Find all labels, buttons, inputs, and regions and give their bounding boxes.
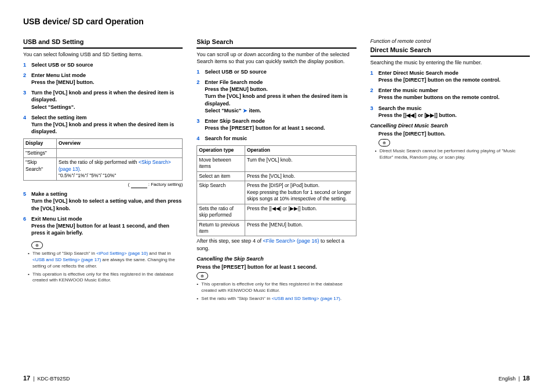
steps-list: Select USB or SD source Enter File Searc… (197, 68, 356, 142)
notes-list: The setting of "Skip Search" in <iPod Se… (23, 251, 183, 284)
steps-list-2: Make a setting Turn the [VOL] knob to se… (23, 190, 183, 236)
table-row: Select an itemPress the [VOL] knob. (197, 171, 356, 181)
step-title: Select USB or SD source (205, 69, 267, 75)
step-3: Enter Skip Search mode Press the [PRESET… (197, 118, 356, 131)
notes-list: This operation is effective only for the… (197, 281, 356, 302)
step-title: Enter Menu List mode (31, 72, 86, 78)
page-title: USB device/ SD card Operation (23, 16, 530, 27)
section-heading: Skip Search (197, 38, 356, 49)
intro-text: You can scroll up or down according to t… (197, 51, 356, 65)
cancel-heading: Cancelling Direct Music Search (370, 122, 530, 129)
note-item: The setting of "Skip Search" in <iPod Se… (32, 251, 183, 269)
step-body: Press the [|◀◀] or [▶▶|] button. (379, 112, 457, 118)
step-4: Select the setting item Turn the [VOL] k… (23, 114, 183, 135)
th-operation: Operation (245, 146, 356, 155)
intro-text: You can select following USB and SD Sett… (23, 51, 183, 58)
table-row: "Settings" (24, 148, 183, 157)
section-heading: USB and SD Setting (23, 38, 183, 49)
step-4: Search for music (197, 135, 356, 142)
link-ipod-setting[interactable]: <iPod Setting> (page 10) (96, 251, 148, 256)
step-1: Enter Direct Music Search mode Press the… (370, 69, 530, 83)
step-3: Turn the [VOL] knob and press it when th… (23, 89, 183, 110)
step-3: Search the music Press the [|◀◀] or [▶▶|… (370, 105, 530, 119)
column-direct-music-search: Function of remote control Direct Music … (370, 38, 530, 304)
cancel-heading: Cancelling the Skip Search (197, 255, 356, 262)
table-row: Skip SearchPress the [DISP] or [iPod] bu… (197, 181, 356, 204)
step-body: Press the [MENU] button.Turn the [VOL] k… (205, 86, 347, 113)
page-number-right: 18 (523, 375, 530, 382)
cell: Press the [|◀◀] or [▶▶|] button. (245, 204, 356, 220)
step-title: Select USB or SD source (31, 62, 93, 68)
step-body: Press the [MENU] button for at least 1 s… (31, 223, 169, 236)
step-title: Search the music (379, 105, 422, 111)
step-body: Turn the [VOL] knob and press it when th… (31, 122, 174, 134)
cell: Press the [VOL] knob. (245, 171, 356, 181)
step-body: Turn the [VOL] knob and press it when th… (31, 90, 174, 109)
after-pre: After this step, see step 4 of (197, 238, 263, 244)
step-2: Enter Menu List mode Press the [MENU] bu… (23, 72, 183, 86)
cancel-body: Press the [DIRECT] button. (370, 130, 530, 137)
footer: 17 | KDC-BT92SD English | 18 (23, 374, 530, 383)
factory-setting-note: ( : Factory setting) (23, 182, 183, 188)
cell: "Settings" (24, 148, 57, 157)
cancel-body: Press the [PRESET] button for at least 1… (197, 263, 356, 270)
step-body: Press the [MENU] button. (31, 79, 94, 85)
cell: Return to previous item (197, 220, 245, 236)
note-text: The setting of "Skip Search" in (32, 251, 96, 256)
model-name: KDC-BT92SD (38, 376, 70, 382)
step-1: Select USB or SD source (197, 68, 356, 75)
cell-text: "0.5%"/ "1%"/ "5%"/ "10%" (59, 173, 116, 178)
column-usb-sd-setting: USB and SD Setting You can select follow… (23, 38, 183, 304)
link-usb-sd-setting[interactable]: <USB and SD Setting> (page 17) (272, 296, 340, 301)
step-title: Enter Direct Music Search mode (379, 70, 459, 76)
operation-table: Operation type Operation Move between it… (197, 145, 356, 236)
settings-table: Display Overview "Settings" "Skip Search… (23, 138, 183, 181)
factory-label: : Factory setting) (148, 182, 183, 187)
intro-text: Searching the music by entering the file… (370, 59, 530, 66)
footer-right: English | 18 (499, 374, 530, 383)
step-body: Press the [DIRECT] button on the remote … (379, 77, 501, 83)
table-row: "Skip Search" Sets the ratio of skip per… (24, 158, 183, 181)
th-optype: Operation type (197, 146, 245, 155)
table-row: Move between itemsTurn the [VOL] knob. (197, 155, 356, 171)
cell (56, 148, 182, 157)
step-title: Select the setting item (31, 115, 87, 120)
note-item: Direct Music Search cannot be performed … (380, 148, 530, 161)
th-display: Display (24, 139, 57, 148)
cell: Select an item (197, 171, 245, 181)
steps-list: Select USB or SD source Enter Menu List … (23, 61, 183, 135)
step-body-text: Press the [MENU] button.Turn the [VOL] k… (205, 86, 347, 113)
function-line: Function of remote control (370, 38, 530, 45)
page-number-left: 17 (23, 375, 30, 382)
remote-icon: ⊕ (31, 241, 43, 249)
step-title: Exit Menu List mode (31, 216, 82, 222)
step-title: Search for music (205, 135, 247, 141)
cell: Turn the [VOL] knob. (245, 155, 356, 171)
arrow-right-icon: ➤ (243, 108, 248, 113)
cell-text: . (79, 166, 81, 172)
step-title: Enter File Search mode (205, 79, 263, 85)
note-item: This operation is effective only for the… (32, 272, 183, 284)
step-title: Enter Skip Search mode (205, 118, 265, 124)
note-text: . (340, 296, 341, 301)
step-6: Exit Menu List mode Press the [MENU] but… (23, 215, 183, 236)
table-row: Return to previous itemPress the [MENU] … (197, 220, 356, 236)
note-item: Set the ratio with "Skip Search" in <USB… (201, 296, 356, 302)
footer-left: 17 | KDC-BT92SD (23, 374, 70, 383)
cell: Sets the ratio of skip performed (197, 204, 245, 220)
note-item: This operation is effective only for the… (201, 281, 356, 294)
step-1: Select USB or SD source (23, 61, 183, 68)
content-columns: USB and SD Setting You can select follow… (23, 38, 530, 304)
cell: "Skip Search" (24, 158, 57, 181)
steps-list: Enter Direct Music Search mode Press the… (370, 69, 530, 119)
step-title: Enter the music number (379, 87, 438, 93)
remote-icon: ⊕ (197, 272, 208, 280)
language-label: English (499, 376, 516, 382)
step-body: Press the number buttons on the remote c… (379, 94, 500, 100)
step-body-text2: item. (248, 108, 261, 113)
step-2: Enter File Search mode Press the [MENU] … (197, 79, 356, 114)
cell: Press the [DISP] or [iPod] button.Keep p… (245, 181, 356, 204)
step-body: Press the [PRESET] button for at least 1… (205, 125, 325, 131)
link-file-search[interactable]: <File Search> (page 16) (263, 238, 319, 244)
link-usb-sd-setting[interactable]: <USB and SD Setting> (page 17) (32, 257, 101, 262)
